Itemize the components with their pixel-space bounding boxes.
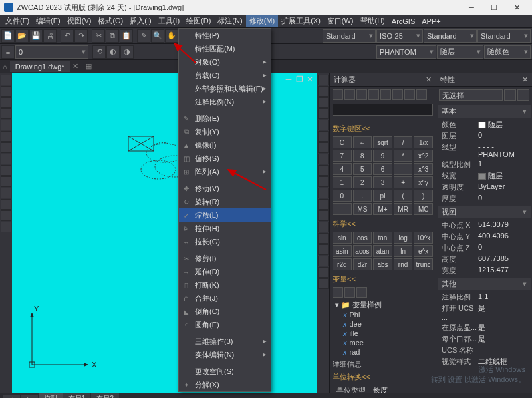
menu-dropdown-item[interactable]: ◜圆角(E) <box>179 318 271 331</box>
copy-icon[interactable]: ⧉ <box>106 29 119 43</box>
block-icon[interactable] <box>1 199 11 210</box>
menu-dropdown-item[interactable]: ↻旋转(R) <box>179 195 271 208</box>
calc-sci-key[interactable]: abs <box>373 258 392 270</box>
menu-dropdown-item[interactable]: 三维操作(3) <box>179 335 271 348</box>
menu-dropdown-item[interactable]: 对象(O) <box>179 55 271 69</box>
prop-row[interactable]: 线型- - - - PHANTOM <box>438 142 531 159</box>
menu-dropdown-item[interactable]: ✥移动(V) <box>179 182 271 195</box>
calc-sci-key[interactable]: r2d <box>332 258 352 270</box>
region-icon[interactable] <box>1 222 11 232</box>
menu-item[interactable]: 格式(O) <box>94 15 126 27</box>
menu-dropdown-item[interactable]: →延伸(D) <box>179 265 271 278</box>
props-pick-icon[interactable] <box>504 89 516 101</box>
doc-restore-button[interactable]: ❐ <box>295 75 304 84</box>
menu-dropdown-item[interactable]: 更改空间(S) <box>179 365 271 378</box>
save-icon[interactable]: 💾 <box>29 29 43 43</box>
menu-item[interactable]: 文件(F) <box>2 15 33 27</box>
props-cat-basic[interactable]: 基本▾ <box>438 105 531 118</box>
calc-sci-section[interactable]: 科学<< <box>332 219 433 229</box>
table-icon[interactable] <box>1 210 11 221</box>
calc-input[interactable] <box>332 104 433 116</box>
menu-dropdown-item[interactable]: 特性(P) <box>179 29 271 42</box>
var-new-icon[interactable] <box>332 287 343 298</box>
calc-key[interactable]: pi <box>373 190 392 202</box>
minimize-button[interactable]: ─ <box>460 1 483 14</box>
menu-item[interactable]: 修改(M) <box>246 15 279 27</box>
menu-dropdown-item[interactable]: ◫偏移(S) <box>179 152 271 165</box>
layerprev-icon[interactable]: ⟲ <box>92 45 106 59</box>
calc-key[interactable]: x^3 <box>414 163 433 175</box>
circle-icon[interactable] <box>1 97 11 108</box>
mod7-icon[interactable] <box>318 142 329 153</box>
redo-icon[interactable]: ↷ <box>74 29 88 43</box>
menu-item[interactable]: 帮助(H) <box>357 15 388 27</box>
calc-key[interactable]: sqrt <box>373 136 392 148</box>
pan-icon[interactable]: ✋ <box>165 29 178 43</box>
calc-key[interactable]: * <box>394 150 413 162</box>
lineweight-combo[interactable]: 随层 <box>437 45 483 59</box>
menu-item[interactable]: 窗口(W) <box>324 15 357 27</box>
plotstyle-combo[interactable]: 随颜色 <box>484 45 531 59</box>
prop-row[interactable]: 每个口都...是 <box>438 333 531 345</box>
prop-row[interactable]: 在原点显...是 <box>438 322 531 333</box>
mod12-icon[interactable] <box>318 199 329 210</box>
calc-key[interactable]: 6 <box>373 163 392 175</box>
hatch-icon[interactable] <box>1 165 11 176</box>
calc-key[interactable]: 3 <box>373 176 392 188</box>
menu-item[interactable]: 视图(V) <box>64 15 95 27</box>
mod13-icon[interactable] <box>318 210 329 221</box>
calc-units-icon[interactable] <box>380 89 391 100</box>
zoom-icon[interactable]: 🔍 <box>151 29 164 43</box>
calc-key[interactable]: ) <box>414 190 433 202</box>
prop-row[interactable]: 宽度1215.477 <box>438 265 531 276</box>
prop-row[interactable]: 中心点 X514.0079 <box>438 220 531 231</box>
menu-dropdown-item[interactable]: ▲镜像(I) <box>179 138 271 152</box>
calc-clear-icon[interactable] <box>332 89 343 100</box>
calc-sci-key[interactable]: 10^x <box>414 232 433 244</box>
menu-item[interactable]: 扩展工具(X) <box>278 15 324 27</box>
calc-sci-key[interactable]: sin <box>332 232 352 244</box>
calc-o-icon[interactable] <box>416 89 427 100</box>
prop-row[interactable]: 中心点 Z0 <box>438 242 531 254</box>
calc-hist-icon[interactable] <box>344 89 355 100</box>
calc-key[interactable]: . <box>353 190 372 202</box>
calc-detail-section[interactable]: 详细信息 <box>332 359 433 369</box>
mod6-icon[interactable] <box>318 131 329 142</box>
calc-key[interactable]: ( <box>394 190 413 202</box>
props-cat-view[interactable]: 视图▾ <box>438 206 531 218</box>
var-item[interactable]: xmee <box>332 338 433 347</box>
mod14-icon[interactable] <box>318 222 329 232</box>
tab-close-icon[interactable]: ✕ <box>72 62 78 71</box>
calc-close-icon[interactable]: ✕ <box>426 75 432 84</box>
layer-icon[interactable]: ≡ <box>1 45 15 59</box>
prop-row[interactable]: 注释比例1:1 <box>438 292 531 303</box>
props-cat-other[interactable]: 其他▾ <box>438 278 531 290</box>
polyline-icon[interactable] <box>1 86 11 97</box>
calc-sci-key[interactable]: e^x <box>414 245 433 257</box>
calc-sci-key[interactable]: acos <box>353 245 372 257</box>
home-icon[interactable]: ⌂ <box>3 63 7 71</box>
layer-combo[interactable]: 0 <box>15 45 88 59</box>
calc-key[interactable]: M+ <box>373 203 392 215</box>
mod17-icon[interactable] <box>318 256 329 266</box>
new-icon[interactable]: 📄 <box>1 29 15 43</box>
props-quick-icon[interactable] <box>517 89 529 101</box>
mod1-icon[interactable] <box>318 75 329 85</box>
calc-sci-key[interactable]: trunc <box>414 258 433 270</box>
var-item[interactable]: xPhi <box>332 310 433 319</box>
layout-tab[interactable]: 布局1 <box>63 393 91 398</box>
tablestyle-combo[interactable]: Standard <box>424 29 477 43</box>
calc-key[interactable]: 4 <box>332 163 352 175</box>
calc-key[interactable]: 9 <box>373 150 392 162</box>
calc-key[interactable]: ← <box>353 136 372 148</box>
calc-key[interactable]: MR <box>394 203 413 215</box>
textstyle-combo[interactable]: Standard <box>323 29 376 43</box>
menu-dropdown-item[interactable]: 剪载(C) <box>179 69 271 82</box>
prop-row[interactable]: 中心点 Y400.4096 <box>438 231 531 242</box>
calc-key[interactable]: C <box>332 136 352 148</box>
calc-sci-key[interactable]: tan <box>373 232 392 244</box>
props-close-icon[interactable]: ✕ <box>522 75 528 84</box>
ellipse-icon[interactable] <box>1 142 11 153</box>
calc-sci-key[interactable]: log <box>394 232 413 244</box>
matchprop-icon[interactable]: ✎ <box>137 29 150 43</box>
